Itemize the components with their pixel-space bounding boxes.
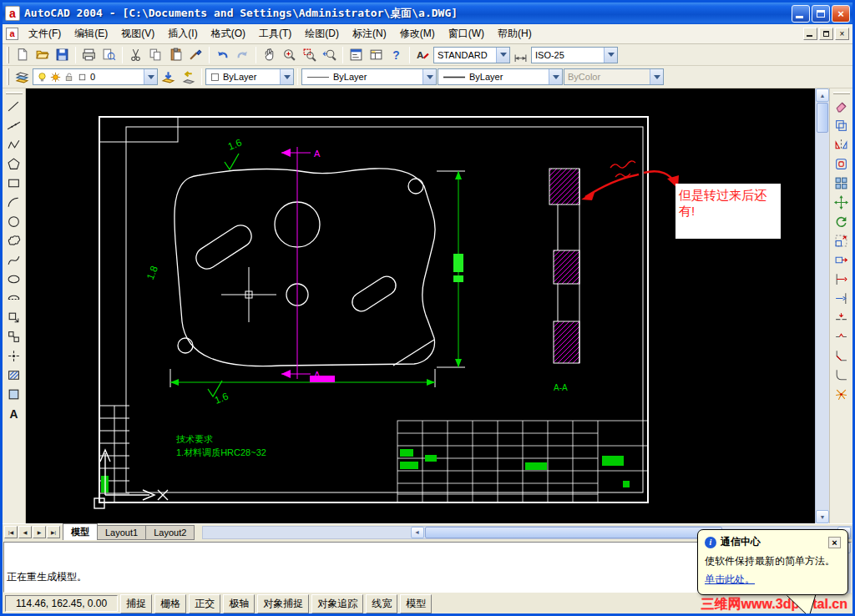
rectangle-button[interactable] bbox=[4, 174, 24, 193]
menu-edit[interactable]: 编辑(E) bbox=[68, 24, 114, 43]
array-button[interactable] bbox=[832, 174, 852, 193]
offset-button[interactable] bbox=[832, 154, 852, 174]
minimize-button[interactable] bbox=[792, 5, 810, 23]
otrack-toggle[interactable]: 对象追踪 bbox=[311, 594, 363, 613]
dim-style-button[interactable] bbox=[511, 46, 530, 64]
open-button[interactable] bbox=[33, 46, 52, 64]
mdi-minimize-button[interactable] bbox=[803, 28, 817, 40]
toolbar-grip[interactable] bbox=[6, 92, 23, 94]
chevron-down-icon[interactable] bbox=[280, 69, 293, 84]
erase-button[interactable] bbox=[832, 97, 852, 116]
properties-button[interactable] bbox=[347, 46, 366, 64]
tab-first-button[interactable]: |◀ bbox=[4, 526, 18, 538]
polygon-button[interactable] bbox=[4, 154, 24, 174]
text-style-combo[interactable]: STANDARD bbox=[433, 47, 510, 63]
scroll-down-button[interactable]: ▼ bbox=[816, 510, 829, 523]
menu-format[interactable]: 格式(O) bbox=[205, 24, 252, 43]
toolbar-grip[interactable] bbox=[833, 92, 850, 94]
scale-button[interactable] bbox=[832, 231, 852, 250]
paste-button[interactable] bbox=[166, 46, 185, 64]
explode-button[interactable] bbox=[832, 385, 852, 404]
ellipse-arc-button[interactable] bbox=[4, 289, 24, 308]
save-button[interactable] bbox=[53, 46, 72, 64]
lineweight-toggle[interactable]: 线宽 bbox=[366, 594, 397, 613]
chevron-down-icon[interactable] bbox=[422, 69, 436, 84]
tab-next-button[interactable]: ▶ bbox=[33, 526, 46, 538]
menu-insert[interactable]: 插入(I) bbox=[161, 24, 204, 43]
drawing-canvas[interactable]: A A bbox=[26, 88, 815, 523]
stretch-button[interactable] bbox=[832, 250, 852, 270]
make-layer-current-button[interactable] bbox=[159, 68, 178, 86]
plot-preview-button[interactable] bbox=[99, 46, 119, 64]
menu-tools[interactable]: 工具(T) bbox=[252, 24, 298, 43]
trim-button[interactable] bbox=[832, 270, 852, 289]
rotate-button[interactable] bbox=[832, 212, 852, 231]
undo-button[interactable] bbox=[213, 46, 232, 64]
scroll-up-button[interactable]: ▲ bbox=[816, 88, 829, 102]
menu-modify[interactable]: 修改(M) bbox=[393, 24, 442, 43]
hatch-button[interactable] bbox=[4, 366, 24, 385]
balloon-link[interactable]: 单击此处。 bbox=[705, 573, 755, 587]
model-toggle[interactable]: 模型 bbox=[400, 594, 432, 613]
zoom-window-button[interactable] bbox=[300, 46, 319, 64]
scroll-left-button[interactable]: ◄ bbox=[411, 527, 424, 538]
tab-last-button[interactable]: ▶| bbox=[47, 526, 60, 538]
pan-realtime-button[interactable] bbox=[260, 46, 279, 64]
arc-button[interactable] bbox=[4, 193, 24, 212]
multiline-text-button[interactable]: A bbox=[4, 404, 24, 423]
menu-window[interactable]: 窗口(W) bbox=[442, 24, 491, 43]
menu-file[interactable]: 文件(F) bbox=[22, 24, 68, 43]
close-button[interactable]: × bbox=[832, 5, 850, 23]
ellipse-button[interactable] bbox=[4, 270, 24, 289]
mdi-close-button[interactable]: × bbox=[835, 28, 849, 40]
grid-toggle[interactable]: 栅格 bbox=[154, 594, 186, 613]
menu-help[interactable]: 帮助(H) bbox=[491, 24, 539, 43]
tab-layout2[interactable]: Layout2 bbox=[145, 525, 195, 540]
move-button[interactable] bbox=[832, 193, 852, 212]
menu-view[interactable]: 视图(V) bbox=[114, 24, 161, 43]
vertical-scroll-thumb[interactable] bbox=[817, 103, 828, 133]
plot-button[interactable] bbox=[79, 46, 99, 64]
insert-block-button[interactable] bbox=[4, 308, 24, 327]
mdi-restore-button[interactable] bbox=[819, 28, 833, 40]
text-style-button[interactable]: A bbox=[413, 46, 433, 64]
chevron-down-icon[interactable] bbox=[549, 69, 562, 84]
chevron-down-icon[interactable] bbox=[144, 69, 157, 84]
tab-prev-button[interactable]: ◀ bbox=[18, 526, 32, 538]
zoom-previous-button[interactable] bbox=[320, 46, 339, 64]
designcenter-button[interactable] bbox=[367, 46, 386, 64]
snap-toggle[interactable]: 捕捉 bbox=[120, 594, 152, 613]
point-button[interactable] bbox=[4, 346, 24, 366]
new-button[interactable] bbox=[13, 46, 32, 64]
vertical-scrollbar[interactable]: ▲ ▼ bbox=[815, 88, 829, 523]
match-properties-button[interactable] bbox=[186, 46, 205, 64]
zoom-realtime-button[interactable] bbox=[280, 46, 299, 64]
redo-button[interactable] bbox=[233, 46, 252, 64]
chamfer-button[interactable] bbox=[832, 346, 852, 366]
linetype-combo[interactable]: ByLayer bbox=[301, 68, 437, 85]
menu-dimension[interactable]: 标注(N) bbox=[346, 24, 393, 43]
lineweight-combo[interactable]: ByLayer bbox=[438, 68, 563, 85]
menu-draw[interactable]: 绘图(D) bbox=[298, 24, 346, 43]
spline-button[interactable] bbox=[4, 250, 24, 270]
polar-toggle[interactable]: 极轴 bbox=[223, 594, 255, 613]
restore-button[interactable] bbox=[812, 5, 830, 23]
region-button[interactable] bbox=[4, 385, 24, 404]
layer-previous-button[interactable] bbox=[179, 68, 198, 86]
chevron-down-icon[interactable] bbox=[604, 48, 617, 63]
dim-style-combo[interactable]: ISO-25 bbox=[531, 47, 618, 63]
horizontal-scroll-thumb[interactable] bbox=[425, 527, 723, 538]
revision-cloud-button[interactable] bbox=[4, 231, 24, 250]
break-at-point-button[interactable] bbox=[832, 308, 852, 327]
break-button[interactable] bbox=[832, 327, 852, 346]
fillet-button[interactable] bbox=[832, 366, 852, 385]
color-combo[interactable]: ByLayer bbox=[205, 68, 294, 85]
layer-combo[interactable]: 0 bbox=[33, 68, 158, 85]
mirror-button[interactable] bbox=[832, 135, 852, 154]
line-button[interactable] bbox=[4, 97, 24, 116]
tab-layout1[interactable]: Layout1 bbox=[97, 525, 146, 540]
ortho-toggle[interactable]: 正交 bbox=[189, 594, 220, 613]
polyline-button[interactable] bbox=[4, 135, 24, 154]
balloon-close-button[interactable]: × bbox=[828, 537, 841, 548]
construction-line-button[interactable] bbox=[4, 116, 24, 135]
